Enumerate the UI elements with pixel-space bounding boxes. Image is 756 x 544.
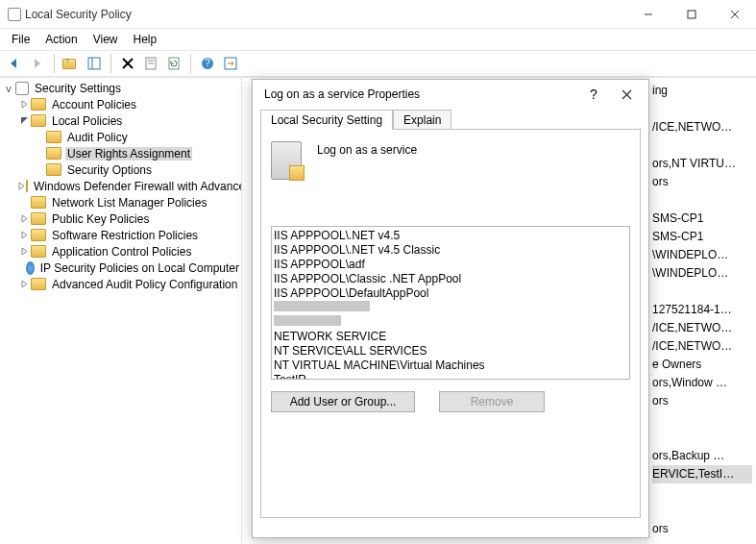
expand-toggle[interactable]	[17, 181, 26, 192]
minimize-button[interactable]	[626, 0, 670, 28]
expand-toggle[interactable]	[17, 230, 31, 241]
menu-action[interactable]: Action	[37, 31, 85, 48]
show-tree-button[interactable]	[84, 53, 105, 74]
principal-entry[interactable]: NETWORK SERVICE	[274, 330, 627, 344]
list-cell[interactable]: \WINDEPLO…	[652, 264, 752, 283]
dialog-close-button[interactable]	[610, 83, 643, 106]
expand-toggle[interactable]	[17, 279, 31, 290]
list-cell[interactable]: /ICE,NETWO…	[652, 337, 752, 356]
tree-item[interactable]: Account Policies	[2, 96, 241, 112]
close-button[interactable]	[713, 0, 756, 28]
list-cell[interactable]: ors,Window …	[652, 374, 752, 392]
list-cell[interactable]: 127521184-1…	[652, 301, 752, 319]
window-title: Local Security Policy	[25, 8, 626, 21]
forward-button[interactable]	[27, 53, 48, 74]
remove-button[interactable]: Remove	[439, 391, 545, 412]
list-cell[interactable]: /ICE,NETWO…	[652, 319, 752, 337]
menu-view[interactable]: View	[85, 31, 126, 48]
list-cell[interactable]	[652, 191, 752, 210]
expand-toggle[interactable]	[17, 213, 31, 225]
principal-entry[interactable]	[274, 315, 627, 330]
export-button[interactable]	[220, 53, 241, 74]
tree-item[interactable]: Application Control Policies	[2, 243, 241, 260]
tree-root[interactable]: v Security Settings	[2, 80, 241, 96]
svg-text:?: ?	[205, 58, 210, 68]
expand-toggle[interactable]	[17, 246, 31, 258]
list-cell[interactable]: ors,NT VIRTU…	[652, 155, 752, 173]
svg-rect-1	[688, 11, 695, 18]
refresh-button[interactable]	[163, 53, 184, 74]
back-button[interactable]	[4, 53, 25, 74]
folder-icon	[26, 180, 28, 192]
dialog-title: Log on as a service Properties	[264, 87, 577, 101]
tree-pane[interactable]: v Security Settings Account PoliciesLoca…	[0, 78, 242, 544]
tree-item-label: Account Policies	[50, 98, 138, 111]
tree-item[interactable]: Public Key Policies	[2, 210, 241, 227]
tree-item[interactable]: Software Restriction Policies	[2, 227, 241, 243]
menu-help[interactable]: Help	[126, 31, 165, 48]
list-cell[interactable]	[652, 136, 752, 155]
add-user-or-group-button[interactable]: Add User or Group...	[271, 391, 415, 412]
help-button[interactable]: ?	[197, 53, 218, 74]
dialog-help-button[interactable]: ?	[577, 83, 610, 106]
tree-item[interactable]: IP Security Policies on Local Computer	[2, 260, 241, 276]
menu-file[interactable]: File	[4, 31, 37, 48]
folder-icon	[46, 147, 61, 160]
principal-entry[interactable]: IIS APPPOOL\Classic .NET AppPool	[274, 272, 627, 286]
maximize-button[interactable]	[670, 0, 713, 28]
tab-explain[interactable]: Explain	[393, 110, 451, 130]
service-icon	[271, 141, 302, 180]
list-cell[interactable]	[652, 502, 752, 520]
column-header[interactable]: ing	[652, 82, 752, 100]
principal-entry[interactable]: TestIR	[274, 373, 627, 380]
expand-toggle[interactable]	[17, 115, 31, 127]
properties-button[interactable]	[140, 53, 161, 74]
tree-item[interactable]: Audit Policy	[2, 129, 241, 145]
principal-entry[interactable]: IIS APPPOOL\.NET v4.5 Classic	[274, 243, 627, 258]
list-cell[interactable]	[652, 483, 752, 502]
principals-listbox[interactable]: IIS APPPOOL\.NET v4.5IIS APPPOOL\.NET v4…	[271, 226, 630, 380]
security-setting-column[interactable]: ing /ICE,NETWO… ors,NT VIRTU…ors SMS-CP1…	[646, 78, 756, 544]
principal-entry[interactable]: IIS APPPOOL\DefaultAppPool	[274, 286, 627, 301]
tab-local-security-setting[interactable]: Local Security Setting	[260, 110, 393, 130]
list-cell[interactable]: ors	[652, 173, 752, 191]
list-cell[interactable]: \WINDEPLO…	[652, 246, 752, 264]
tree-item[interactable]: User Rights Assignment	[2, 145, 241, 161]
tree-item[interactable]: Advanced Audit Policy Configuration	[2, 276, 241, 292]
tree-item[interactable]: Local Policies	[2, 112, 241, 129]
list-cell[interactable]: /ICE,NETWO…	[652, 118, 752, 136]
list-cell[interactable]	[652, 283, 752, 301]
list-cell[interactable]: ERVICE,TestI…	[652, 465, 752, 483]
list-cell[interactable]: SMS-CP1	[652, 210, 752, 228]
list-cell[interactable]: ors	[652, 392, 752, 410]
tree-item[interactable]: Network List Manager Policies	[2, 194, 241, 210]
tree-item[interactable]: Security Options	[2, 161, 241, 178]
list-cell[interactable]: ors,Backup …	[652, 447, 752, 465]
tree-item-label: Security Options	[65, 163, 154, 177]
list-cell[interactable]	[652, 410, 752, 429]
list-cell[interactable]	[652, 429, 752, 447]
list-cell[interactable]: SMS-CP1	[652, 228, 752, 246]
principal-entry[interactable]: NT VIRTUAL MACHINE\Virtual Machines	[274, 359, 627, 373]
tree-root-label: Security Settings	[33, 82, 123, 95]
tree-item[interactable]: Windows Defender Firewall with Advanced …	[2, 178, 241, 194]
list-cell[interactable]	[652, 100, 752, 118]
redacted-entry	[274, 315, 341, 326]
principal-entry[interactable]: IIS APPPOOL\adf	[274, 258, 627, 272]
expand-toggle[interactable]	[17, 99, 31, 111]
tree-item-label: Audit Policy	[65, 131, 130, 144]
folder-icon	[31, 245, 46, 258]
tree-item-label: Software Restriction Policies	[50, 229, 200, 242]
up-button[interactable]: ↑	[61, 53, 82, 74]
list-cell[interactable]: ors	[652, 520, 752, 538]
tree-item-label: Application Control Policies	[50, 245, 193, 259]
folder-icon	[31, 278, 46, 290]
list-cell[interactable]: e Owners	[652, 356, 752, 374]
tree-item-label: Public Key Policies	[50, 212, 151, 226]
principal-entry[interactable]: IIS APPPOOL\.NET v4.5	[274, 229, 627, 243]
principal-entry[interactable]	[274, 301, 627, 315]
tree-item-label: Network List Manager Policies	[50, 196, 208, 210]
delete-button[interactable]	[117, 53, 138, 74]
principal-entry[interactable]: NT SERVICE\ALL SERVICES	[274, 344, 627, 359]
svg-rect-4	[88, 58, 100, 69]
